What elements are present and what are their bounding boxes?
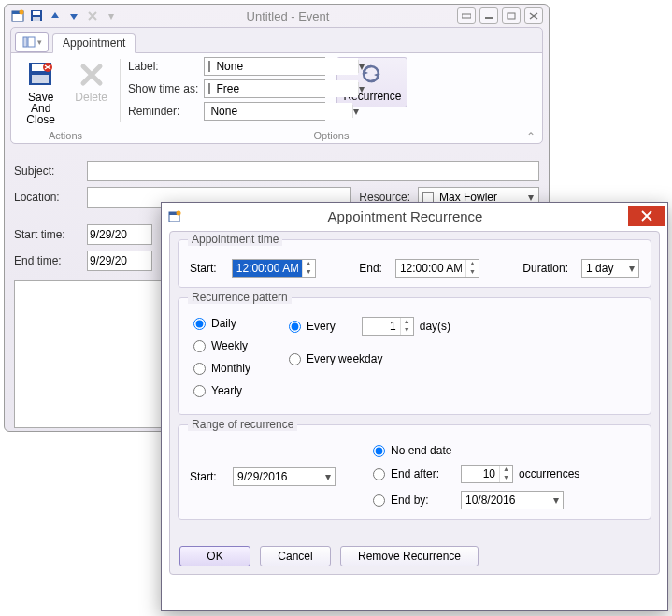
maximize-button[interactable] (502, 7, 521, 24)
chevron-down-icon[interactable]: ▾ (322, 470, 335, 483)
duration-value: 1 day (582, 262, 625, 275)
group-options-label: Options (128, 128, 535, 143)
restore-button[interactable] (457, 7, 476, 24)
save-and-close-button[interactable]: Save And Close (19, 57, 63, 128)
prev-icon[interactable] (48, 8, 63, 23)
occurrences-label: occurrences (519, 467, 579, 480)
remove-recurrence-button[interactable]: Remove Recurrence (340, 546, 479, 566)
svg-rect-13 (32, 75, 49, 83)
radio-no-end[interactable]: No end date (373, 444, 579, 457)
reminder-combo[interactable]: ▾ (204, 102, 325, 121)
appointment-time-legend: Appointment time (188, 233, 282, 246)
view-switcher[interactable]: ▾ (15, 32, 49, 52)
subject-label: Subject: (14, 165, 79, 178)
cancel-button[interactable]: Cancel (260, 546, 331, 566)
end-after-spinner[interactable]: ▲▼ (461, 465, 513, 483)
radio-every-weekday[interactable]: Every weekday (289, 352, 450, 365)
window-title: Untitled - Event (119, 9, 457, 23)
show-as-combo[interactable]: ▾ (204, 79, 325, 98)
next-icon[interactable] (66, 8, 81, 23)
dialog-icon (167, 208, 182, 223)
label-value[interactable] (214, 58, 358, 75)
range-start-combo[interactable]: 9/29/2016 ▾ (233, 467, 336, 486)
radio-monthly[interactable]: Monthly (193, 362, 250, 375)
end-after-value[interactable] (462, 466, 499, 482)
delete-button: Delete (70, 57, 112, 106)
range-start-label: Start: (190, 470, 227, 483)
radio-end-after[interactable]: End after: (373, 467, 455, 480)
dropdown-caret-icon[interactable]: ▾ (104, 8, 119, 23)
label-combo[interactable]: ▾ (204, 57, 325, 76)
radio-weekly[interactable]: Weekly (193, 339, 250, 352)
chevron-down-icon[interactable]: ▾ (358, 82, 365, 95)
dialog-title: Appointment Recurrence (182, 208, 628, 224)
radio-end-by[interactable]: End by: (373, 494, 455, 507)
radio-daily[interactable]: Daily (193, 317, 250, 330)
ok-button[interactable]: OK (179, 546, 250, 566)
appt-start-spinner[interactable]: ▲▼ (232, 259, 316, 278)
end-time-label: End time: (14, 254, 79, 267)
group-actions-label: Actions (19, 128, 112, 143)
dialog-close-button[interactable] (628, 206, 665, 226)
reminder-value[interactable] (205, 103, 352, 120)
radio-every-n[interactable]: Every (289, 320, 336, 333)
end-date-input[interactable] (87, 251, 152, 271)
duration-label: Duration: (522, 262, 568, 275)
swatch-white-icon (208, 61, 210, 72)
chevron-down-icon[interactable]: ▾ (352, 105, 359, 118)
svg-rect-8 (508, 13, 515, 19)
title-bar: ▾ Untitled - Event (5, 5, 549, 27)
ribbon: ▾ Appointment Save And Close (10, 27, 543, 144)
svg-rect-4 (33, 11, 40, 15)
delete-label: Delete (75, 92, 107, 103)
duration-combo[interactable]: 1 day ▾ (581, 259, 639, 278)
appt-end-label: End: (359, 262, 382, 275)
start-date-input[interactable] (87, 224, 152, 245)
close-button[interactable] (524, 7, 543, 24)
reminder-lbl: Reminder: (128, 105, 198, 118)
appointment-time-group: Appointment time Start: ▲▼ End: ▲▼ Durat… (178, 239, 651, 288)
start-time-label: Start time: (14, 228, 79, 241)
recurrence-dialog: Appointment Recurrence Appointment time … (161, 202, 668, 611)
show-as-value[interactable] (214, 80, 358, 97)
appt-start-value[interactable] (233, 260, 302, 277)
minimize-button[interactable] (479, 7, 498, 24)
save-icon[interactable] (29, 8, 44, 23)
every-n-spinner[interactable]: ▲▼ (362, 317, 414, 336)
appt-end-spinner[interactable]: ▲▼ (395, 259, 479, 278)
appt-start-label: Start: (190, 262, 219, 275)
show-as-lbl: Show time as: (128, 82, 198, 95)
save-and-close-label: Save And Close (23, 92, 58, 125)
location-label: Location: (14, 191, 79, 204)
chevron-down-icon[interactable]: ▾ (625, 262, 638, 275)
pattern-legend: Recurrence pattern (188, 291, 292, 304)
every-n-value[interactable] (363, 318, 400, 335)
radio-yearly[interactable]: Yearly (193, 384, 250, 397)
range-legend: Range of recurrence (188, 418, 297, 431)
svg-point-2 (20, 10, 24, 15)
end-by-combo[interactable]: 10/8/2016 ▾ (461, 491, 564, 509)
svg-rect-9 (23, 37, 27, 47)
label-lbl: Label: (128, 60, 198, 73)
chevron-down-icon[interactable]: ▾ (358, 60, 365, 73)
range-start-value: 9/29/2016 (234, 470, 322, 483)
collapse-ribbon-icon[interactable]: ⌃ (526, 130, 536, 143)
chevron-down-icon[interactable]: ▾ (550, 494, 563, 507)
app-icon (10, 8, 25, 23)
pattern-group: Recurrence pattern Daily Weekly Monthly … (178, 297, 651, 415)
end-by-value: 10/8/2016 (462, 494, 550, 507)
swatch-white-icon (208, 83, 210, 94)
range-group: Range of recurrence Start: 9/29/2016 ▾ N… (178, 424, 651, 520)
tab-appointment[interactable]: Appointment (52, 33, 136, 53)
svg-rect-5 (33, 17, 40, 21)
svg-rect-6 (462, 14, 471, 18)
svg-rect-10 (28, 37, 35, 47)
every-unit: day(s) (420, 320, 450, 333)
delete-icon-disabled (85, 8, 100, 23)
subject-input[interactable] (87, 161, 539, 181)
appt-end-value[interactable] (396, 260, 465, 277)
svg-point-17 (177, 211, 181, 216)
